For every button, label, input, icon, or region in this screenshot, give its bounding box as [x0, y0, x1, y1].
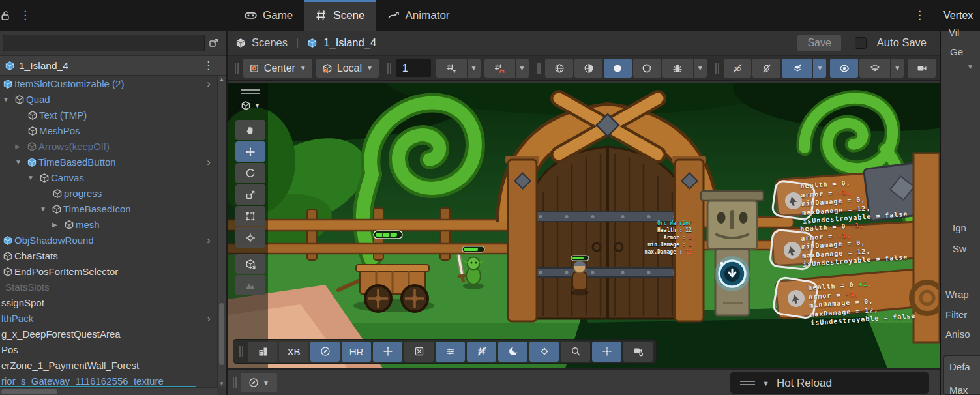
expander-open-icon[interactable]: ▼: [3, 92, 9, 108]
toolbar-drag-handle[interactable]: [235, 63, 239, 74]
tab-scene[interactable]: Scene: [304, 0, 376, 31]
grid-snapping-button[interactable]: [484, 59, 515, 78]
scale-tool-button[interactable]: [235, 184, 265, 205]
wireframe-toggle-tool-button[interactable]: [467, 342, 496, 362]
breadcrumb-current[interactable]: 1_Island_4: [323, 37, 376, 49]
sliders-tool-button[interactable]: [436, 342, 465, 362]
toggle-scene-lighting-button[interactable]: [752, 59, 780, 78]
handle-position-dropdown[interactable]: Center▼: [243, 59, 312, 78]
grid-size-field[interactable]: 1: [396, 59, 431, 77]
xb-tool-button[interactable]: XB: [279, 342, 308, 362]
unlock-icon[interactable]: [0, 10, 10, 21]
hot-reload-drag-handle[interactable]: [740, 381, 755, 385]
hierarchy-item-quad[interactable]: ▼Quad: [0, 92, 217, 108]
hierarchy-vertical-scrollbar[interactable]: ▲ ▼: [217, 76, 226, 387]
hierarchy-horizontal-scrollbar[interactable]: [0, 387, 217, 395]
save-button[interactable]: Save: [797, 35, 840, 51]
move-overlay-tool-button[interactable]: [373, 342, 402, 362]
debug-draw-mode-dropdown[interactable]: ▼: [694, 59, 707, 78]
hierarchy-item-pos[interactable]: Pos: [0, 342, 217, 358]
prefab-open-arrow[interactable]: ›: [207, 311, 211, 326]
prefab-open-arrow[interactable]: ›: [207, 76, 211, 91]
hierarchy-item-erzone-1-paymentwall-forest[interactable]: erZone_1_PaymentWall_Forest: [0, 358, 217, 373]
move-tool-button[interactable]: [235, 141, 265, 162]
scene-viewport[interactable]: Orc WarriorHealth : 12Armor : 0min.Damag…: [228, 83, 940, 368]
hierarchy-item-text-tmp[interactable]: Text (TMP): [0, 108, 217, 123]
overlay-drag-handle[interactable]: [241, 89, 260, 94]
scroll-down-icon[interactable]: ▼: [218, 381, 226, 387]
scene-panel-menu-button[interactable]: ⋮: [914, 0, 925, 31]
hierarchy-item-statsslots[interactable]: StatsSlots: [0, 280, 217, 295]
hierarchy-menu-button[interactable]: ⋮: [20, 8, 31, 22]
hierarchy-item-charstats[interactable]: CharStats: [0, 248, 217, 264]
scroll-up-icon[interactable]: ▲: [218, 76, 226, 82]
expander-closed-icon[interactable]: ▶: [52, 217, 57, 233]
scrollbar-thumb[interactable]: [1, 389, 57, 394]
scene-row-menu-button[interactable]: ⋮: [203, 59, 214, 72]
tab-game[interactable]: Game: [233, 0, 304, 31]
hierarchy-item-timebasedbutton[interactable]: ▼TimeBasedButton›: [0, 154, 217, 170]
layers-button[interactable]: [859, 59, 890, 78]
expander-closed-icon[interactable]: ▶: [15, 139, 20, 154]
tab-inspector-vertex[interactable]: Vertex: [943, 0, 973, 31]
hot-reload-bar[interactable]: ▼ Hot Reload: [730, 372, 929, 394]
hierarchy-item-canvas[interactable]: ▼Canvas: [0, 170, 217, 186]
terrain-tool-button[interactable]: [235, 275, 265, 295]
prefab-open-arrow[interactable]: ›: [207, 233, 211, 248]
hierarchy-scene-row[interactable]: 1_Island_4 ⋮: [0, 55, 226, 76]
grid-snapping-dropdown[interactable]: ▼: [516, 59, 529, 78]
shading-shaded-wireframe-button[interactable]: [574, 59, 602, 78]
expander-open-icon[interactable]: ▼: [15, 154, 22, 170]
hierarchy-item-itemslotcustomizable-2[interactable]: ItemSlotCustomizable (2)›: [0, 76, 217, 92]
hierarchy-item-progress[interactable]: progress: [0, 186, 217, 201]
debug-draw-mode-button[interactable]: [662, 59, 693, 78]
moon-tool-button[interactable]: [498, 342, 527, 362]
city-builder-tool-button[interactable]: [248, 342, 277, 362]
hierarchy-item-mesh[interactable]: ▶mesh: [0, 217, 217, 233]
scene-effects-button[interactable]: [782, 59, 812, 78]
hierarchy-item-meshpos[interactable]: MeshPos: [0, 123, 217, 139]
hr-tool-button[interactable]: HR: [342, 342, 371, 362]
breadcrumb-root[interactable]: Scenes: [252, 37, 288, 49]
hierarchy-item-timebasedicon[interactable]: ▼TimeBasedIcon: [0, 201, 217, 217]
tab-animator[interactable]: Animator: [376, 0, 461, 31]
prefab-open-arrow[interactable]: ›: [207, 154, 211, 169]
scrollbar-thumb[interactable]: [219, 303, 224, 365]
search-tool-button[interactable]: [561, 342, 590, 362]
grid-visibility-dropdown[interactable]: ▼: [468, 59, 481, 78]
hierarchy-item-ssignspot[interactable]: ssignSpot: [0, 295, 217, 311]
scene-effects-dropdown[interactable]: ▼: [813, 59, 826, 78]
scene-visibility-button[interactable]: [830, 59, 858, 78]
shading-shaded-button[interactable]: [604, 59, 632, 78]
toolbar-drag-handle[interactable]: [387, 63, 391, 74]
timescale-tool-button[interactable]: [404, 342, 434, 362]
rect-tool-button[interactable]: [235, 206, 265, 226]
hierarchy-item-rior-s-gateway-1116162556-texture[interactable]: rior_s_Gateway_1116162556_texture: [0, 373, 217, 387]
camera-navigation-dropdown[interactable]: ▼: [241, 373, 277, 392]
bar-drag-handle[interactable]: [233, 377, 237, 388]
expander-open-icon[interactable]: ▼: [27, 170, 34, 186]
camera-settings-button[interactable]: [908, 59, 936, 78]
center-pivot-tool-button[interactable]: [592, 342, 621, 362]
expander-open-icon[interactable]: ▼: [40, 201, 46, 217]
chevron-down-icon[interactable]: ▼: [762, 379, 769, 387]
overlay-drag-handle[interactable]: [239, 346, 243, 357]
auto-save-checkbox[interactable]: [855, 37, 867, 49]
popout-window-icon[interactable]: [205, 35, 223, 51]
layers-dropdown[interactable]: ▼: [891, 59, 904, 78]
toolbar-drag-handle[interactable]: [537, 63, 541, 74]
grid-visibility-button[interactable]: [436, 59, 467, 78]
view-hand-tool-button[interactable]: [235, 120, 265, 140]
hierarchy-item-g-x-deepforestquestarea[interactable]: g_x_DeepForestQuestArea: [0, 327, 217, 342]
view-options-dropdown[interactable]: ▼: [234, 100, 267, 111]
custom-editor-tool-button[interactable]: [235, 254, 265, 274]
hierarchy-item-lthpack[interactable]: lthPack›: [0, 311, 217, 327]
camera-record-tool-button[interactable]: [623, 342, 653, 362]
gem-tool-button[interactable]: [529, 342, 559, 362]
rotate-tool-button[interactable]: [235, 163, 265, 183]
handle-rotation-dropdown[interactable]: Local▼: [316, 59, 379, 78]
toggle-2d-button[interactable]: 2D: [724, 59, 752, 78]
hierarchy-item-endposforitemselector[interactable]: EndPosForItemSelector: [0, 264, 217, 280]
shading-unlit-button[interactable]: [633, 59, 661, 78]
hierarchy-item-arrows-keepoff[interactable]: ▶Arrows(keepOff): [0, 139, 217, 154]
